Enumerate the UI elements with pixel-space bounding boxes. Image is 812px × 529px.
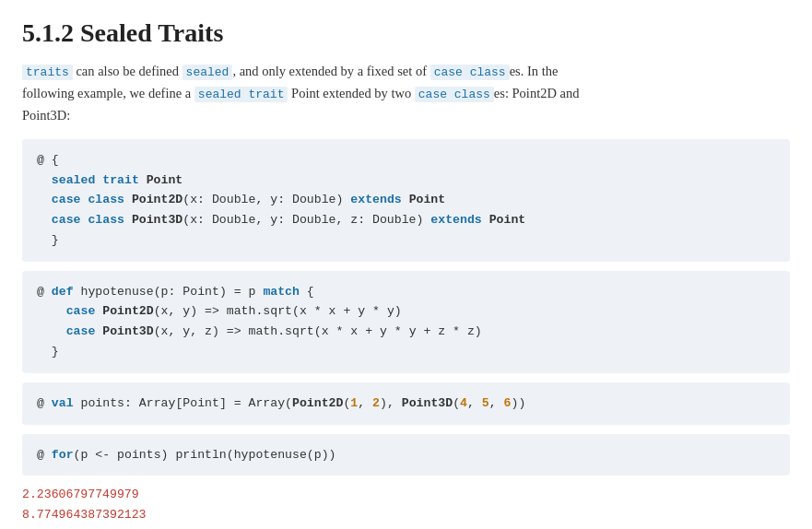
prose-case-class-inline2: case class <box>415 87 494 102</box>
code-block-2: @ def hypotenuse(p: Point) = p match { c… <box>22 271 790 373</box>
output-block: 2.23606797749979 8.774964387392123 </> 5… <box>22 485 790 529</box>
code-line-case2: case Point3D(x, y, z) => math.sqrt(x * x… <box>37 322 775 342</box>
prose-mid1: , and only extended by a fixed set of <box>232 64 430 78</box>
code-line-point3d: case class Point3D(x: Double, y: Double,… <box>37 210 775 230</box>
output-line-1: 2.23606797749979 <box>22 485 790 505</box>
prose-traits: traits can also be defined <box>22 64 182 78</box>
code-line-case1: case Point2D(x, y) => math.sqrt(x * x + … <box>37 301 775 322</box>
prose-case-class-inline1: case class <box>430 65 510 80</box>
output-line-2: 8.774964387392123 <box>22 505 790 525</box>
intro-paragraph: traits can also be defined sealed, and o… <box>22 61 790 126</box>
code-line-for: @ for(p <- points) println(hypotenuse(p)… <box>37 445 775 465</box>
code-line-val: @ val points: Array[Point] = Array(Point… <box>37 394 775 414</box>
code-line-sealed-trait: sealed trait Point <box>37 170 775 191</box>
code-line-at1: @ { <box>37 150 775 170</box>
prose-sealed-trait-inline: sealed trait <box>194 87 288 102</box>
code-block-4: @ for(p <- points) println(hypotenuse(p)… <box>22 434 790 476</box>
page-title: 5.1.2 Sealed Traits <box>22 18 790 48</box>
code-block-1: @ { sealed trait Point case class Point2… <box>22 139 790 262</box>
code-line-close1: } <box>37 230 775 251</box>
code-line-def: @ def hypotenuse(p: Point) = p match { <box>37 282 775 302</box>
code-line-close2: } <box>37 342 775 362</box>
code-line-point2d: case class Point2D(x: Double, y: Double)… <box>37 190 775 210</box>
code-block-3: @ val points: Array[Point] = Array(Point… <box>22 382 790 425</box>
prose-mid2: Point extended by two <box>288 86 414 100</box>
prose-sealed-inline: sealed <box>182 65 233 80</box>
